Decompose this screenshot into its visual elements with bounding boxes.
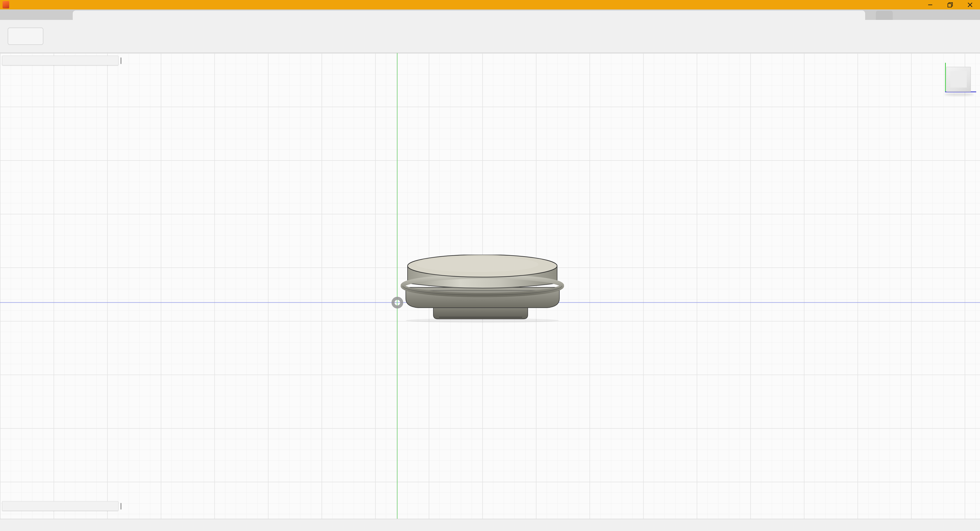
comments-panel xyxy=(2,501,118,511)
new-tab-button[interactable] xyxy=(876,11,893,20)
ribbon-toolbar xyxy=(0,20,980,53)
document-tab[interactable] xyxy=(73,11,865,20)
tab-close-button[interactable] xyxy=(865,11,875,20)
y-axis-line xyxy=(397,53,398,519)
timeline-settings-gear-icon[interactable] xyxy=(969,521,976,529)
comments-header[interactable] xyxy=(2,501,118,511)
browser-header[interactable] xyxy=(2,56,118,65)
model-body1[interactable] xyxy=(401,254,564,324)
viewcube-face-left[interactable] xyxy=(946,67,971,92)
viewcube[interactable] xyxy=(932,57,980,99)
viewcube-y-axis xyxy=(945,63,946,92)
timeline-bar xyxy=(0,519,980,531)
restore-button[interactable] xyxy=(940,0,960,10)
comments-resize-handle[interactable] xyxy=(121,503,121,510)
viewcube-shadow xyxy=(944,93,974,96)
tab-strip xyxy=(0,10,980,20)
design-menu-button[interactable] xyxy=(8,27,43,45)
window-titlebar xyxy=(0,0,980,10)
fusion-logo-icon xyxy=(3,1,9,8)
browser-panel xyxy=(2,56,118,67)
minimize-button[interactable] xyxy=(920,0,940,10)
viewport-canvas[interactable] xyxy=(0,53,980,519)
close-button[interactable] xyxy=(960,0,980,10)
timeline-position-marker[interactable] xyxy=(18,519,27,529)
browser-resize-handle[interactable] xyxy=(121,57,121,64)
fusion360-window xyxy=(0,0,980,531)
window-controls xyxy=(920,0,980,10)
